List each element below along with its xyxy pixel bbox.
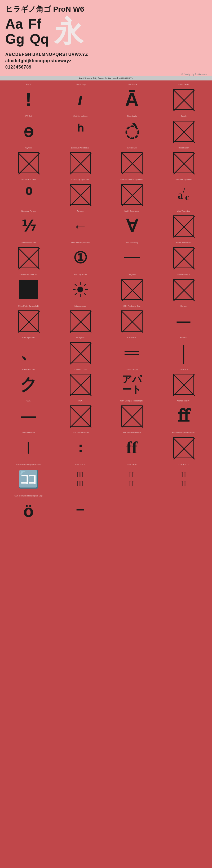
label-greek-ext: Greek Ext — [127, 147, 137, 149]
label-arrows: Arrows — [77, 210, 83, 213]
cell-cjk-compat-ideo-sup: CJK Compat Ideographic Sup ö — [5, 494, 52, 525]
label-vertical-forms: Vertical Forms — [22, 431, 35, 434]
label-cjk-compat: CJK Compat — [126, 368, 138, 371]
cell-misc-math-b: Misc Math Symbols B — [5, 304, 52, 335]
glyph-cjk-rad — [111, 308, 153, 334]
grid-row-9: CJK Symbols 、 Hiragana Katakana Kanbun — [3, 336, 209, 367]
cell-cjk-ext-b: CJK Ext B 𠀀 𠀁 𠀂 𠀃 — [56, 463, 104, 493]
grid-row-7: Geometric Shapes Misc Symbols — [3, 273, 209, 303]
cell-pua: PUA — [56, 399, 104, 430]
label-diacriticals: Diacriticals — [127, 115, 137, 118]
char-cjk-ext-d-grid: 𫝀 𫝁 𫝂 𫝃 — [181, 470, 186, 488]
glyph-box-drawing — [111, 245, 153, 271]
preview-left: Aa Ff Gg Qq — [5, 17, 49, 46]
label-cjk-sym: CJK Symbols — [22, 336, 35, 339]
glyph-geometric — [7, 276, 50, 303]
glyph-misc-math-b — [7, 308, 50, 334]
label-control-pics: Control Pictures — [21, 241, 36, 244]
label-latin1: Latin 1 Sup — [75, 83, 85, 86]
cell-cjk-ext-a: CJK Ext A — [160, 368, 208, 398]
char-grave: ◌̀ — [125, 121, 139, 141]
label-dingbats: Dingbats — [128, 273, 136, 276]
glyph-cjk-compat-ideo — [111, 403, 153, 429]
glyph-cjk-ext-c: 𪜀 𪜁 𪜂 𪜃 — [111, 466, 153, 493]
cell-geometric: Geometric Shapes — [5, 273, 52, 303]
svg-line-6 — [84, 293, 86, 295]
label-currency: Currency Symbols — [72, 178, 89, 181]
preview-chars: Aa Ff Gg Qq 永 — [5, 17, 207, 49]
label-cjk-ext-b: CJK Ext B — [75, 463, 85, 466]
xbox-cjk-rad — [122, 310, 142, 332]
cell-katakana-ext: Katakana Ext ク — [5, 368, 52, 398]
cell-enclosed-ideo-sup: Enclosed Ideographic Sup 🈁 — [5, 463, 52, 493]
cell-control-pics: Control Pictures — [5, 241, 52, 272]
xbox-latin-ext-b — [173, 89, 194, 110]
char-ideo-sup-1: 🈁 — [18, 469, 39, 489]
label-misc-sym: Misc Symbols — [74, 273, 87, 276]
glyph-alpha-pf: ﬀ — [162, 403, 205, 429]
cell-extra-3 — [160, 494, 208, 525]
label-cjk-compat-forms: CJK Compat Forms — [71, 431, 89, 434]
glyph-enclosed-alpha: ① — [59, 245, 102, 271]
char-dash — [124, 257, 140, 258]
cell-block-elem: Block Elements — [160, 241, 208, 272]
header-section: ヒラギノ角ゴ ProN W6 Aa Ff Gg Qq 永 — [0, 0, 212, 49]
label-misc-math-b: Misc Math Symbols B — [18, 305, 39, 308]
char-ff-ligature: ﬀ — [178, 406, 189, 426]
glyph-diacriticals-sym — [111, 181, 153, 208]
label-half-full: Half And Full Forms — [123, 431, 141, 434]
cell-dingbats: Dingbats — [108, 273, 156, 303]
glyph-cjk-ext-d: 𫝀 𫝁 𫝂 𫝃 — [162, 466, 205, 493]
xbox-dingbats — [122, 279, 142, 300]
char-vertical-line: ︱ — [22, 438, 35, 457]
xbox-currency — [70, 184, 91, 205]
xbox-sup-arrows-b — [173, 279, 194, 300]
glyph-letterlike: a/c — [162, 181, 205, 208]
cell-vertical-forms: Vertical Forms ︱ — [5, 431, 52, 462]
glyph-math-op: ∀ — [111, 213, 153, 239]
glyph-control-pics — [7, 245, 50, 271]
label-punctuation: Punctuation — [178, 147, 189, 149]
label-cjk-compat-ideo-sup: CJK Compat Ideographic Sup — [15, 495, 43, 497]
char-cjk-ext-c-grid: 𪜀 𪜁 𪜂 𪜃 — [129, 470, 135, 488]
grid-row-8: Misc Math Symbols B Misc Arrows CJK Radi… — [3, 304, 209, 335]
char-compat-ideo-sup: ö — [23, 501, 34, 521]
label-cjk-rad: CJK Radicals Sup — [123, 305, 140, 308]
char-ipa-e: ɘ — [24, 121, 34, 141]
cell-diacriticals-sym: Diacriticals For Symbols — [108, 178, 156, 208]
label-katakana-ext: Katakana Ext — [22, 368, 35, 371]
cell-greek-ext: Greek Ext — [108, 146, 156, 177]
svg-line-8 — [75, 293, 77, 295]
cell-misc-sym: Misc Symbols — [56, 273, 104, 303]
preview-qq: Qq — [30, 31, 49, 46]
xbox-greek-ext — [122, 152, 142, 173]
grid-row-12: Vertical Forms ︱ CJK Compat Forms ： Half… — [3, 431, 209, 462]
label-kanbun: Kanbun — [180, 336, 187, 339]
glyph-extra-2 — [111, 495, 153, 522]
xbox-diacriticals-sym — [122, 184, 142, 205]
cell-cyrillic: Cyrillic — [5, 146, 52, 177]
glyph-block-elem — [162, 245, 205, 271]
cell-latin-ext-a: Latin Ext A Ā — [108, 83, 156, 113]
char-dotless-i: ı — [78, 90, 83, 109]
label-letterlike: Letterlike Symbols — [175, 178, 192, 181]
cell-enclosed-cjk: Enclosed CJK — [56, 368, 104, 398]
char-cjk-compat-multi: アパ ート — [122, 374, 142, 395]
digits: 0123456789 — [5, 64, 207, 70]
glyph-pua — [59, 403, 102, 429]
svg-point-0 — [77, 287, 83, 292]
label-super-sub: Super And Sub — [22, 178, 36, 181]
glyph-extra-3 — [162, 495, 205, 522]
grid-row-3: Cyrillic Latin Ext Additional Greek Ext … — [3, 146, 209, 177]
label-misc-tech: Misc Technical — [177, 210, 190, 213]
preview-aa: Aa — [5, 17, 23, 31]
char-vbar: ｜ — [174, 343, 193, 362]
char-half-full-ff: ff — [126, 438, 137, 458]
xbox-misc-math-b — [18, 310, 39, 332]
glyph-kango: — — [162, 308, 205, 334]
cell-misc-tech: Misc Technical — [160, 209, 208, 240]
label-misc-arrows: Misc Arrows — [75, 305, 86, 308]
label-box-drawing: Box Drawing — [126, 241, 138, 244]
char-fraction: ⅐ — [22, 218, 36, 235]
svg-line-5 — [75, 284, 77, 286]
